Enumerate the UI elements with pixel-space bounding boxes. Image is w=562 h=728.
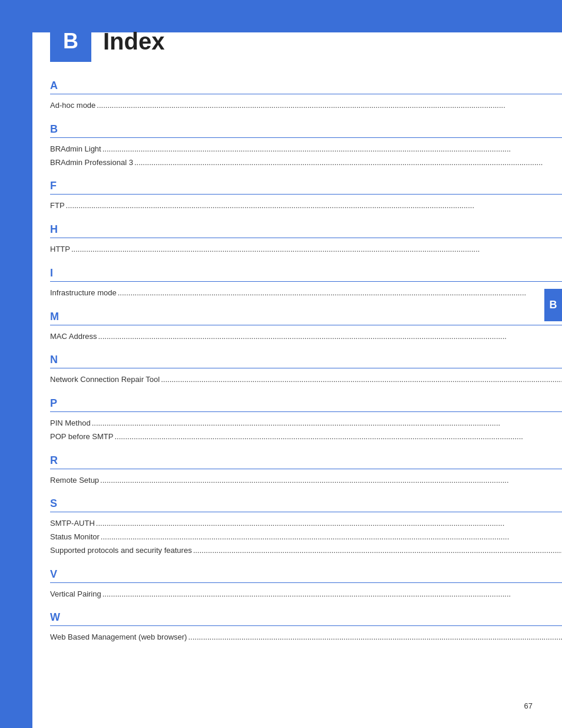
section-divider xyxy=(50,582,562,583)
index-section: SSMTP-AUTH .............................… xyxy=(50,498,562,557)
index-entry: MAC Address ............................… xyxy=(50,330,562,344)
section-divider xyxy=(50,238,562,238)
entry-dots: ........................................… xyxy=(118,286,562,300)
entry-label: Infrastructure mode xyxy=(50,286,117,300)
index-entry: Infrastructure mode ....................… xyxy=(50,286,562,300)
entry-label: PIN Method xyxy=(50,417,91,430)
section-letter: I xyxy=(50,267,562,279)
section-divider xyxy=(50,469,562,469)
index-entry: Web Based Management (web browser) .....… xyxy=(50,631,562,644)
page-header: B Index xyxy=(50,21,527,62)
entry-dots: ........................................… xyxy=(103,143,562,156)
entry-label: BRAdmin Professional 3 xyxy=(50,156,133,170)
entry-dots: ........................................… xyxy=(134,156,562,170)
index-section: MMAC Address ...........................… xyxy=(50,311,562,344)
entry-dots: ........................................… xyxy=(101,531,562,544)
index-section: IInfrastructure mode ...................… xyxy=(50,267,562,300)
index-section: VVertical Pairing ......................… xyxy=(50,568,562,601)
entry-label: Supported protocols and security feature… xyxy=(50,544,192,558)
index-section: AAd-hoc mode ...........................… xyxy=(50,80,562,113)
entry-label: BRAdmin Light xyxy=(50,143,101,156)
entry-dots: ........................................… xyxy=(193,544,562,558)
entry-label: Status Monitor xyxy=(50,531,100,544)
entry-label: Web Based Management (web browser) xyxy=(50,631,187,644)
entry-label: Network Connection Repair Tool xyxy=(50,373,160,387)
section-divider xyxy=(50,137,562,138)
index-entry: FTP ....................................… xyxy=(50,199,562,213)
section-letter: F xyxy=(50,180,562,192)
entry-dots: ........................................… xyxy=(97,99,562,113)
index-section: NNetwork Connection Repair Tool ........… xyxy=(50,354,562,387)
index-entry: HTTP ...................................… xyxy=(50,243,562,256)
section-divider xyxy=(50,625,562,626)
page-number: 67 xyxy=(524,701,533,710)
entry-dots: ........................................… xyxy=(96,517,562,531)
index-section: RRemote Setup ..........................… xyxy=(50,454,562,487)
entry-dots: ........................................… xyxy=(71,243,562,256)
chapter-letter: B xyxy=(63,29,78,54)
main-content: B Index AAd-hoc mode ...................… xyxy=(32,0,544,728)
section-letter: H xyxy=(50,223,562,236)
left-column: AAd-hoc mode ...........................… xyxy=(50,80,562,655)
section-divider xyxy=(50,94,562,94)
index-entry: Remote Setup ...........................… xyxy=(50,474,562,487)
section-letter: W xyxy=(50,611,562,624)
section-letter: B xyxy=(50,123,562,136)
index-entry: Network Connection Repair Tool .........… xyxy=(50,373,562,387)
entry-label: Ad-hoc mode xyxy=(50,99,95,113)
index-entry: Status Monitor .........................… xyxy=(50,531,562,544)
chapter-box: B xyxy=(50,21,91,62)
index-entry: Ad-hoc mode ............................… xyxy=(50,99,562,113)
index-section: FFTP ...................................… xyxy=(50,180,562,213)
section-divider xyxy=(50,411,562,412)
entry-label: SMTP-AUTH xyxy=(50,517,95,531)
entry-label: Vertical Pairing xyxy=(50,588,101,601)
section-divider xyxy=(50,512,562,512)
index-entry: Vertical Pairing .......................… xyxy=(50,588,562,601)
entry-label: MAC Address xyxy=(50,330,97,344)
section-letter: V xyxy=(50,568,562,581)
section-letter: A xyxy=(50,80,562,92)
entry-dots: ........................................… xyxy=(98,330,562,344)
entry-dots: ........................................… xyxy=(66,199,562,213)
index-section: HHTTP ..................................… xyxy=(50,223,562,256)
index-section: PPIN Method ............................… xyxy=(50,397,562,444)
section-letter: P xyxy=(50,397,562,410)
entry-dots: ........................................… xyxy=(188,631,562,644)
index-entry: PIN Method .............................… xyxy=(50,417,562,430)
entry-label: POP before SMTP xyxy=(50,430,113,444)
entry-label: FTP xyxy=(50,199,65,213)
section-letter: S xyxy=(50,498,562,510)
section-letter: N xyxy=(50,354,562,366)
index-entry: SMTP-AUTH ..............................… xyxy=(50,517,562,531)
index-columns: AAd-hoc mode ...........................… xyxy=(50,80,527,655)
side-bar-left xyxy=(0,0,32,728)
entry-label: Remote Setup xyxy=(50,474,99,487)
index-entry: Supported protocols and security feature… xyxy=(50,544,562,558)
entry-dots: ........................................… xyxy=(100,474,562,487)
index-entry: BRAdmin Professional 3 .................… xyxy=(50,156,562,170)
section-letter: M xyxy=(50,311,562,323)
entry-label: HTTP xyxy=(50,243,70,256)
section-divider xyxy=(50,194,562,195)
index-section: BBRAdmin Light .........................… xyxy=(50,123,562,170)
index-entry: POP before SMTP ........................… xyxy=(50,430,562,444)
page-title: Index xyxy=(103,28,164,55)
entry-dots: ........................................… xyxy=(161,373,562,387)
entry-dots: ........................................… xyxy=(103,588,562,601)
section-divider xyxy=(50,281,562,282)
entry-dots: ........................................… xyxy=(92,417,562,430)
entry-dots: ........................................… xyxy=(114,430,562,444)
index-section: WWeb Based Management (web browser) ....… xyxy=(50,611,562,644)
section-divider xyxy=(50,368,562,368)
section-divider xyxy=(50,325,562,325)
section-letter: R xyxy=(50,454,562,467)
index-entry: BRAdmin Light ..........................… xyxy=(50,143,562,156)
